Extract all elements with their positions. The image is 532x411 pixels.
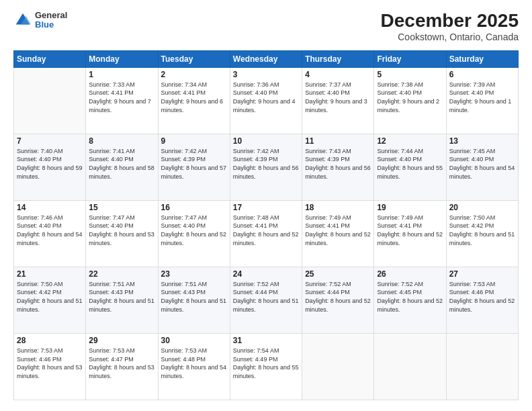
week-row-2: 7Sunrise: 7:40 AMSunset: 4:40 PMDaylight…: [14, 134, 519, 200]
cell-w5-d5: [302, 333, 374, 400]
day-number: 11: [305, 136, 371, 146]
cell-w1-d1: [14, 67, 86, 134]
cell-info: Sunrise: 7:42 AMSunset: 4:39 PMDaylight:…: [161, 147, 227, 181]
cell-w3-d3: 16Sunrise: 7:47 AMSunset: 4:40 PMDayligh…: [158, 200, 230, 267]
cell-info: Sunrise: 7:49 AMSunset: 4:41 PMDaylight:…: [305, 214, 371, 247]
cell-w3-d7: 20Sunrise: 7:50 AMSunset: 4:42 PMDayligh…: [446, 200, 518, 267]
day-number: 25: [305, 269, 371, 279]
day-number: 13: [449, 136, 515, 146]
day-number: 21: [17, 269, 83, 279]
week-row-5: 28Sunrise: 7:53 AMSunset: 4:46 PMDayligh…: [14, 333, 519, 400]
cell-info: Sunrise: 7:40 AMSunset: 4:40 PMDaylight:…: [17, 147, 83, 181]
cell-w5-d4: 31Sunrise: 7:54 AMSunset: 4:49 PMDayligh…: [230, 333, 302, 400]
cell-w4-d2: 22Sunrise: 7:51 AMSunset: 4:43 PMDayligh…: [86, 267, 158, 333]
cell-info: Sunrise: 7:33 AMSunset: 4:41 PMDaylight:…: [89, 81, 154, 114]
cell-info: Sunrise: 7:46 AMSunset: 4:40 PMDaylight:…: [17, 214, 83, 247]
day-number: 31: [233, 336, 299, 345]
cell-w2-d2: 8Sunrise: 7:41 AMSunset: 4:40 PMDaylight…: [86, 134, 158, 200]
cell-info: Sunrise: 7:53 AMSunset: 4:46 PMDaylight:…: [17, 347, 83, 380]
day-number: 14: [17, 203, 83, 212]
day-number: 23: [161, 269, 227, 279]
col-thursday: Thursday: [302, 50, 374, 67]
cell-info: Sunrise: 7:47 AMSunset: 4:40 PMDaylight:…: [89, 214, 154, 247]
day-number: 18: [305, 203, 371, 212]
cell-info: Sunrise: 7:52 AMSunset: 4:44 PMDaylight:…: [305, 280, 371, 314]
calendar-header-row: Sunday Monday Tuesday Wednesday Thursday…: [14, 50, 519, 67]
cell-w4-d7: 27Sunrise: 7:53 AMSunset: 4:46 PMDayligh…: [446, 267, 518, 333]
col-monday: Monday: [86, 50, 158, 67]
cell-info: Sunrise: 7:49 AMSunset: 4:41 PMDaylight:…: [377, 214, 443, 247]
cell-w1-d5: 4Sunrise: 7:37 AMSunset: 4:40 PMDaylight…: [302, 67, 374, 134]
day-number: 20: [449, 203, 515, 212]
cell-w2-d3: 9Sunrise: 7:42 AMSunset: 4:39 PMDaylight…: [158, 134, 230, 200]
day-number: 22: [89, 269, 154, 279]
cell-w5-d6: [374, 333, 446, 400]
logo: General Blue: [13, 11, 67, 30]
cell-info: Sunrise: 7:52 AMSunset: 4:44 PMDaylight:…: [233, 280, 299, 314]
calendar-title: December 2025: [381, 11, 519, 32]
day-number: 24: [233, 269, 299, 279]
logo-icon: [13, 11, 32, 30]
page: General Blue December 2025 Cookstown, On…: [0, 0, 532, 411]
cell-info: Sunrise: 7:54 AMSunset: 4:49 PMDaylight:…: [233, 347, 299, 380]
day-number: 6: [449, 70, 515, 79]
cell-w3-d1: 14Sunrise: 7:46 AMSunset: 4:40 PMDayligh…: [14, 200, 86, 267]
header: General Blue December 2025 Cookstown, On…: [13, 11, 519, 42]
title-block: December 2025 Cookstown, Ontario, Canada: [381, 11, 519, 42]
day-number: 7: [17, 136, 83, 146]
cell-w1-d2: 1Sunrise: 7:33 AMSunset: 4:41 PMDaylight…: [86, 67, 158, 134]
cell-w4-d6: 26Sunrise: 7:52 AMSunset: 4:45 PMDayligh…: [374, 267, 446, 333]
cell-w2-d4: 10Sunrise: 7:42 AMSunset: 4:39 PMDayligh…: [230, 134, 302, 200]
week-row-1: 1Sunrise: 7:33 AMSunset: 4:41 PMDaylight…: [14, 67, 519, 134]
cell-w2-d6: 12Sunrise: 7:44 AMSunset: 4:40 PMDayligh…: [374, 134, 446, 200]
day-number: 3: [233, 70, 299, 79]
week-row-4: 21Sunrise: 7:50 AMSunset: 4:42 PMDayligh…: [14, 267, 519, 333]
day-number: 4: [305, 70, 371, 79]
day-number: 5: [377, 70, 443, 79]
cell-info: Sunrise: 7:53 AMSunset: 4:46 PMDaylight:…: [449, 280, 515, 314]
cell-w5-d2: 29Sunrise: 7:53 AMSunset: 4:47 PMDayligh…: [86, 333, 158, 400]
logo-text: General Blue: [35, 11, 67, 30]
cell-w2-d5: 11Sunrise: 7:43 AMSunset: 4:39 PMDayligh…: [302, 134, 374, 200]
cell-w3-d5: 18Sunrise: 7:49 AMSunset: 4:41 PMDayligh…: [302, 200, 374, 267]
cell-w3-d6: 19Sunrise: 7:49 AMSunset: 4:41 PMDayligh…: [374, 200, 446, 267]
day-number: 1: [89, 70, 154, 79]
day-number: 26: [377, 269, 443, 279]
cell-info: Sunrise: 7:45 AMSunset: 4:40 PMDaylight:…: [449, 147, 515, 181]
cell-info: Sunrise: 7:39 AMSunset: 4:40 PMDaylight:…: [449, 81, 515, 114]
cell-w5-d7: [446, 333, 518, 400]
col-sunday: Sunday: [14, 50, 86, 67]
cell-info: Sunrise: 7:51 AMSunset: 4:43 PMDaylight:…: [161, 280, 227, 314]
cell-w4-d5: 25Sunrise: 7:52 AMSunset: 4:44 PMDayligh…: [302, 267, 374, 333]
cell-w1-d6: 5Sunrise: 7:38 AMSunset: 4:40 PMDaylight…: [374, 67, 446, 134]
col-friday: Friday: [374, 50, 446, 67]
cell-info: Sunrise: 7:53 AMSunset: 4:47 PMDaylight:…: [89, 347, 154, 380]
day-number: 28: [17, 336, 83, 345]
cell-w3-d4: 17Sunrise: 7:48 AMSunset: 4:41 PMDayligh…: [230, 200, 302, 267]
day-number: 30: [161, 336, 227, 345]
cell-info: Sunrise: 7:43 AMSunset: 4:39 PMDaylight:…: [305, 147, 371, 181]
cell-w5-d3: 30Sunrise: 7:53 AMSunset: 4:48 PMDayligh…: [158, 333, 230, 400]
cell-w3-d2: 15Sunrise: 7:47 AMSunset: 4:40 PMDayligh…: [86, 200, 158, 267]
col-saturday: Saturday: [446, 50, 518, 67]
cell-w1-d3: 2Sunrise: 7:34 AMSunset: 4:41 PMDaylight…: [158, 67, 230, 134]
day-number: 2: [161, 70, 227, 79]
day-number: 19: [377, 203, 443, 212]
day-number: 27: [449, 269, 515, 279]
cell-w4-d3: 23Sunrise: 7:51 AMSunset: 4:43 PMDayligh…: [158, 267, 230, 333]
day-number: 16: [161, 203, 227, 212]
day-number: 29: [89, 336, 154, 345]
calendar-subtitle: Cookstown, Ontario, Canada: [381, 32, 519, 42]
day-number: 9: [161, 136, 227, 146]
day-number: 8: [89, 136, 154, 146]
day-number: 12: [377, 136, 443, 146]
cell-w4-d4: 24Sunrise: 7:52 AMSunset: 4:44 PMDayligh…: [230, 267, 302, 333]
cell-w1-d4: 3Sunrise: 7:36 AMSunset: 4:40 PMDaylight…: [230, 67, 302, 134]
calendar-table: Sunday Monday Tuesday Wednesday Thursday…: [13, 50, 519, 400]
cell-info: Sunrise: 7:37 AMSunset: 4:40 PMDaylight:…: [305, 81, 371, 114]
cell-info: Sunrise: 7:41 AMSunset: 4:40 PMDaylight:…: [89, 147, 154, 181]
cell-info: Sunrise: 7:38 AMSunset: 4:40 PMDaylight:…: [377, 81, 443, 114]
cell-w5-d1: 28Sunrise: 7:53 AMSunset: 4:46 PMDayligh…: [14, 333, 86, 400]
cell-w1-d7: 6Sunrise: 7:39 AMSunset: 4:40 PMDaylight…: [446, 67, 518, 134]
cell-info: Sunrise: 7:51 AMSunset: 4:43 PMDaylight:…: [89, 280, 154, 314]
